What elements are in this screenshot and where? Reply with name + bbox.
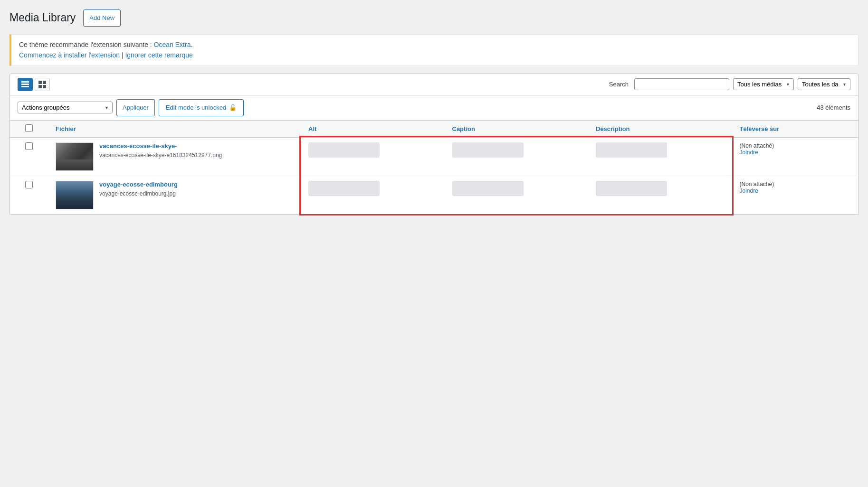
- header-description: Description: [588, 121, 732, 138]
- file-thumbnail: [56, 142, 94, 171]
- header-file: Fichier: [48, 121, 301, 138]
- install-link[interactable]: Commencez à installer l'extension: [19, 51, 120, 59]
- svg-rect-4: [43, 81, 46, 84]
- apply-button[interactable]: Appliquer: [116, 99, 155, 116]
- grid-view-button[interactable]: [35, 78, 50, 91]
- svg-rect-2: [21, 86, 29, 87]
- row-check-cell: [10, 176, 48, 214]
- search-input[interactable]: [634, 78, 729, 90]
- svg-rect-1: [21, 84, 29, 85]
- uploaded-cell: (Non attaché) Joindre: [732, 176, 858, 214]
- file-thumbnail: [56, 181, 94, 209]
- file-info: vacances-ecosse-ile-skye- vacances-ecoss…: [99, 142, 222, 159]
- notice-text: Ce thème recommande l'extension suivante…: [19, 41, 154, 48]
- uploaded-cell: (Non attaché) Joindre: [732, 137, 858, 176]
- row-check-cell: [10, 137, 48, 176]
- svg-rect-0: [21, 81, 29, 83]
- grid-icon: [38, 81, 46, 88]
- file-info: voyage-ecosse-edimbourg voyage-ecosse-ed…: [99, 181, 178, 197]
- description-input[interactable]: [596, 181, 667, 196]
- items-count: 43 éléments: [817, 104, 850, 111]
- view-toggle: [18, 78, 50, 91]
- ignore-link[interactable]: Ignorer cette remarque: [125, 51, 192, 59]
- media-filter-select[interactable]: Tous les médias: [733, 78, 794, 90]
- not-attached-text: (Non attaché): [740, 142, 774, 149]
- file-link[interactable]: voyage-ecosse-edimbourg: [99, 181, 178, 188]
- search-label: Search: [609, 81, 629, 88]
- toolbar: Search Tous les médias Toutes les da: [10, 74, 858, 95]
- media-table-container: Fichier Alt Caption Description Télévers…: [10, 121, 858, 215]
- svg-rect-5: [38, 85, 42, 88]
- header-alt: Alt: [301, 121, 445, 138]
- alt-input[interactable]: [308, 142, 380, 158]
- list-view-button[interactable]: [18, 78, 33, 91]
- caption-cell: [445, 176, 589, 214]
- date-filter-wrapper: Toutes les da: [798, 78, 850, 90]
- file-link[interactable]: vacances-ecosse-ile-skye-: [99, 142, 222, 150]
- alt-cell: [301, 137, 445, 176]
- attachment-info: (Non attaché) Joindre: [740, 181, 851, 194]
- select-all-checkbox[interactable]: [25, 124, 33, 132]
- date-filter-select[interactable]: Toutes les da: [798, 78, 850, 90]
- description-cell: [588, 137, 732, 176]
- edit-mode-button[interactable]: Edit mode is unlocked 🔓: [159, 99, 244, 116]
- file-name: vacances-ecosse-ile-skye-e1618324512977.…: [99, 152, 222, 159]
- svg-rect-3: [38, 81, 42, 84]
- edit-mode-label: Edit mode is unlocked: [166, 102, 226, 114]
- row-checkbox[interactable]: [25, 181, 33, 188]
- alt-input[interactable]: [308, 181, 380, 196]
- table-row: vacances-ecosse-ile-skye- vacances-ecoss…: [10, 137, 858, 176]
- header-caption: Caption: [445, 121, 589, 138]
- not-attached-text: (Non attaché): [740, 181, 774, 187]
- plugin-link[interactable]: Ocean Extra: [154, 41, 191, 48]
- actions-row: Actions groupées Appliquer Edit mode is …: [10, 95, 858, 121]
- table-row: voyage-ecosse-edimbourg voyage-ecosse-ed…: [10, 176, 858, 214]
- table-header-row: Fichier Alt Caption Description Télévers…: [10, 121, 858, 138]
- list-icon: [21, 81, 29, 88]
- media-table: Fichier Alt Caption Description Télévers…: [10, 121, 858, 215]
- file-cell: voyage-ecosse-edimbourg voyage-ecosse-ed…: [48, 176, 301, 214]
- add-new-button[interactable]: Add New: [83, 9, 121, 27]
- caption-input[interactable]: [452, 181, 524, 196]
- file-name: voyage-ecosse-edimbourg.jpg: [99, 190, 176, 197]
- media-filter-wrapper: Tous les médias: [733, 78, 794, 90]
- file-cell: vacances-ecosse-ile-skye- vacances-ecoss…: [48, 137, 301, 176]
- attachment-info: (Non attaché) Joindre: [740, 142, 851, 156]
- svg-rect-6: [43, 85, 46, 88]
- description-cell: [588, 176, 732, 214]
- notice-banner: Ce thème recommande l'extension suivante…: [10, 34, 858, 66]
- join-link[interactable]: Joindre: [740, 149, 851, 156]
- header-uploaded: Téléversé sur: [732, 121, 858, 138]
- row-checkbox[interactable]: [25, 142, 33, 150]
- thumbnail-image: [56, 181, 93, 209]
- alt-cell: [301, 176, 445, 214]
- thumbnail-image: [56, 143, 93, 170]
- caption-cell: [445, 137, 589, 176]
- bulk-actions-select[interactable]: Actions groupées: [18, 102, 113, 113]
- lock-icon: 🔓: [229, 102, 237, 114]
- description-input[interactable]: [596, 142, 667, 158]
- caption-input[interactable]: [452, 142, 524, 158]
- bulk-actions-wrapper: Actions groupées: [18, 102, 113, 113]
- header-check: [10, 121, 48, 138]
- page-title: Media Library: [10, 11, 76, 25]
- join-link[interactable]: Joindre: [740, 187, 851, 194]
